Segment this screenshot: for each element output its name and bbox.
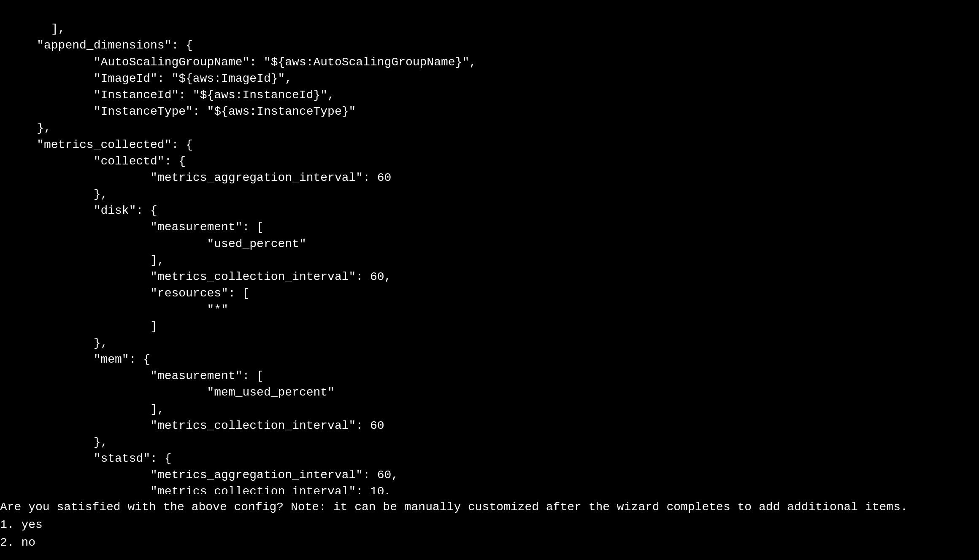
- code-line-22: "measurement": [: [8, 369, 264, 382]
- code-line-20: },: [8, 337, 108, 350]
- code-line-8: "metrics_collected": {: [8, 138, 193, 151]
- code-line-11: },: [8, 188, 108, 201]
- satisfaction-prompt: Are you satisfied with the above config?…: [0, 498, 979, 516]
- code-line-13: "measurement": [: [8, 221, 264, 234]
- code-line-5: "InstanceId": "${aws:InstanceId}",: [8, 89, 335, 102]
- code-line-18: "*": [8, 303, 228, 316]
- prompt-area: Are you satisfied with the above config?…: [0, 494, 979, 560]
- code-line-25: "metrics_collection_interval": 60: [8, 419, 384, 432]
- code-line-27: "statsd": {: [8, 452, 171, 465]
- code-line-4: "ImageId": "${aws:ImageId}",: [8, 72, 292, 85]
- code-line-3: "AutoScalingGroupName": "${aws:AutoScali…: [8, 56, 476, 69]
- code-line-24: ],: [8, 403, 165, 416]
- code-line-1: ],: [23, 22, 65, 35]
- code-line-15: ],: [8, 254, 165, 267]
- code-line-9: "collectd": {: [8, 155, 186, 168]
- option-no[interactable]: 2. no: [0, 534, 979, 552]
- code-line-2: "append_dimensions": {: [8, 39, 193, 52]
- code-line-17: "resources": [: [8, 287, 249, 300]
- code-line-14: "used_percent": [8, 237, 306, 250]
- option-yes[interactable]: 1. yes: [0, 516, 979, 534]
- code-line-7: },: [8, 121, 51, 135]
- code-line-21: "mem": {: [8, 353, 150, 366]
- terminal-output: ],: [0, 4, 979, 37]
- code-line-16: "metrics_collection_interval": 60,: [8, 270, 391, 283]
- code-line-6: "InstanceType": "${aws:InstanceType}": [8, 105, 356, 118]
- code-line-10: "metrics_aggregation_interval": 60: [8, 171, 391, 184]
- code-line-28: "metrics_aggregation_interval": 60,: [8, 468, 398, 482]
- code-line-12: "disk": {: [8, 204, 157, 217]
- terminal-output-block: "append_dimensions": { "AutoScalingGroup…: [0, 37, 979, 560]
- code-line-26: },: [8, 436, 108, 449]
- code-line-23: "mem_used_percent": [8, 386, 335, 399]
- code-line-19: ]: [8, 320, 157, 333]
